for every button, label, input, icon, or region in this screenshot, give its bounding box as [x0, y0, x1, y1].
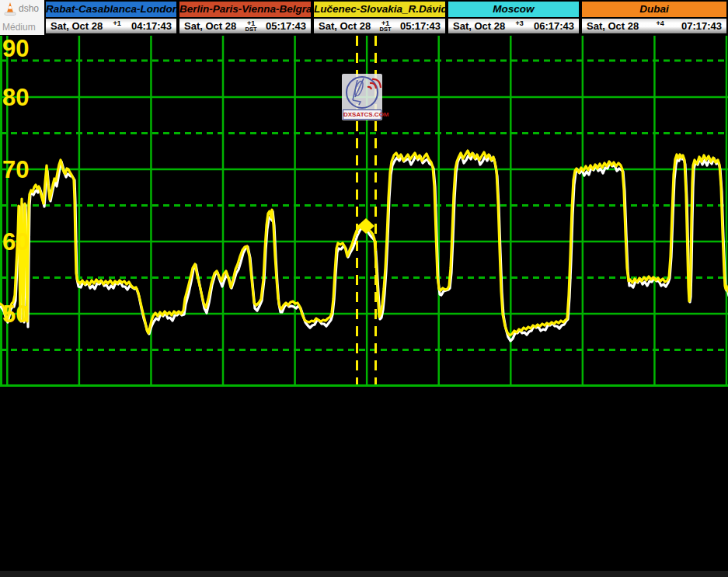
world-clock-bar: dsho Médium Rabat-Casablanca-LondonSat, … — [0, 0, 728, 35]
menu-item-fragment: Médium — [2, 22, 36, 33]
clock-panel-berlin-paris-vienna-belgrade: Berlin-Paris-Vienna-BelgradeSat, Oct 28+… — [178, 0, 312, 35]
spectrum-traces — [0, 151, 728, 341]
clock-time-row: Sat, Oct 28+104:17:43 — [46, 19, 176, 33]
satellite-dish-logo-icon — [342, 74, 382, 110]
vlc-cone-icon — [3, 2, 17, 17]
clock-date: Sat, Oct 28 — [587, 20, 639, 32]
clock-panel-lu-enec-slovakia-r-d-vid: Lučenec-Slovakia_R.DávidSat, Oct 28+1DST… — [312, 0, 447, 35]
clock-date: Sat, Oct 28 — [319, 20, 371, 32]
timezone-offset: +3 — [515, 19, 523, 27]
y-axis-tick-label: 70 — [2, 156, 29, 183]
dxsatcs-watermark: DXSATCS.COM — [342, 74, 382, 120]
clock-time-row: Sat, Oct 28+1DST05:17:43 — [314, 19, 445, 33]
satellite-meter-screen: dsho Médium Rabat-Casablanca-LondonSat, … — [0, 0, 728, 577]
clock-panel-moscow: MoscowSat, Oct 28+306:17:43 — [447, 0, 580, 35]
clock-city-label: Rabat-Casablanca-London — [46, 2, 176, 19]
measurements-panel: Pwr 66.7 dBµV 11188.4 MHz. C/N 13.7 dB L… — [0, 387, 728, 577]
clock-date: Sat, Oct 28 — [184, 20, 236, 32]
clock-time-row: Sat, Oct 28+306:17:43 — [448, 19, 579, 33]
clock-city-label: Dubai — [582, 2, 726, 19]
y-axis-tick-label: 50 — [2, 301, 29, 328]
clock-time-row: Sat, Oct 28+1DST05:17:43 — [179, 19, 311, 33]
y-axis-tick-label: 80 — [2, 84, 29, 111]
timezone-offset: +4 — [656, 19, 664, 27]
y-axis-tick-label: 90 — [2, 35, 29, 62]
y-axis-tick-label: 60 — [2, 228, 29, 255]
clock-panel-dubai: DubaiSat, Oct 28+407:17:43 — [580, 0, 728, 35]
clock-time: 06:17:43 — [534, 20, 574, 32]
timezone-offset: +1 — [113, 19, 120, 27]
clock-time: 07:17:43 — [681, 20, 722, 32]
watermark-label: DXSATCS.COM — [343, 109, 381, 120]
clock-city-label: Moscow — [448, 2, 579, 19]
clock-time: 04:17:43 — [131, 20, 172, 32]
clock-time: 05:17:43 — [400, 20, 441, 32]
clock-city-label: Lučenec-Slovakia_R.Dávid — [314, 2, 445, 19]
clock-time: 05:17:43 — [266, 20, 306, 32]
clock-date: Sat, Oct 28 — [453, 20, 505, 32]
spectrum-plot: 9080706050 DXSATCS.COM — [0, 35, 728, 387]
window-title-fragment: dsho — [19, 3, 39, 14]
player-window-corner: dsho Médium — [0, 0, 44, 35]
clock-panel-rabat-casablanca-london: Rabat-Casablanca-LondonSat, Oct 28+104:1… — [44, 0, 178, 35]
bottom-edge-strip — [0, 571, 728, 577]
clock-time-row: Sat, Oct 28+407:17:43 — [582, 19, 726, 33]
clock-date: Sat, Oct 28 — [51, 20, 103, 32]
clock-city-label: Berlin-Paris-Vienna-Belgrade — [179, 2, 311, 19]
live-trace — [0, 151, 728, 335]
timezone-offset: +1DST — [246, 21, 257, 32]
timezone-offset: +1DST — [380, 21, 392, 32]
